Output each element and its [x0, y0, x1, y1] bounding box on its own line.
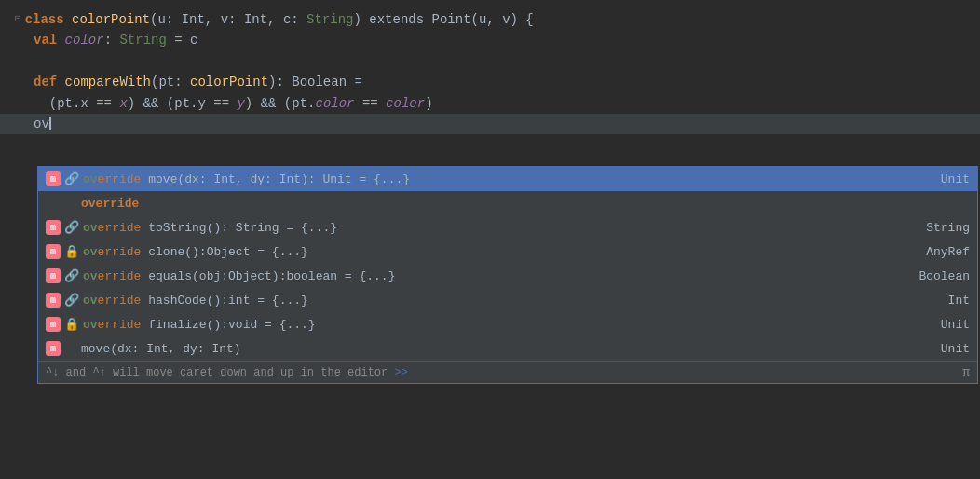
autocomplete-item-1[interactable]: m 🔗 override move(dx: Int, dy: Int): Uni… [38, 167, 977, 191]
return-type: Boolean [900, 269, 970, 283]
badge-m: m [46, 220, 61, 235]
highlight-ov: ov [83, 269, 98, 283]
autocomplete-item-5[interactable]: m 🔗 override equals(obj:Object):boolean … [38, 264, 977, 288]
return-type: Unit [922, 172, 970, 186]
code-line: def compareWith(pt: colorPoint): Boolean… [0, 72, 980, 92]
code-text: = c [167, 30, 198, 50]
type-string: String [119, 30, 166, 50]
override-kw: erride [98, 269, 142, 283]
code-line-empty [0, 51, 980, 72]
override-kw: erride [98, 294, 142, 308]
code-text: ): Boolean = [268, 72, 362, 92]
badge-m: m [46, 317, 61, 332]
return-type: Int [930, 294, 970, 308]
code-text: ) extends Point(u, v) { [354, 9, 534, 30]
autocomplete-text: override finalize():void = {...} [83, 318, 922, 332]
override-kw: erride [98, 172, 142, 186]
footer-hint: ^↓ and ^↑ will move caret down and up in… [46, 366, 408, 379]
code-line-cursor: ov [0, 114, 980, 134]
code-line: ⊟ class colorPoint(u: Int, v: Int, c: St… [0, 9, 980, 30]
text-cursor [49, 117, 51, 130]
method-name: compareWith [65, 72, 151, 92]
code-text: ) [425, 93, 432, 114]
lock-icon: 🔒 [64, 244, 79, 259]
badge-m: m [46, 341, 61, 356]
return-type: Unit [922, 318, 970, 332]
code-line: (pt.x == x) && (pt.y == y) && (pt.color … [0, 93, 980, 114]
var-color: color [65, 30, 104, 50]
highlight-ov: ov [83, 294, 98, 308]
highlight-ov: ov [83, 318, 98, 332]
autocomplete-text: move(dx: Int, dy: Int) [81, 342, 922, 356]
param-type: colorPoint [190, 72, 268, 92]
footer-link[interactable]: >> [394, 366, 407, 379]
typed-text: ov [34, 114, 49, 134]
var-color3: color [386, 93, 425, 114]
badge-m: m [46, 268, 61, 283]
code-text: ) && (pt.y == [128, 93, 238, 114]
autocomplete-footer: ^↓ and ^↑ will move caret down and up in… [38, 361, 977, 383]
var-color2: color [315, 93, 354, 114]
code-line: val color: String = c [0, 30, 980, 50]
method-icon: 🔗 [64, 220, 79, 235]
code-text: (u: Int, v: Int, c: [150, 9, 306, 30]
autocomplete-item-6[interactable]: m 🔗 override hashCode():int = {...} Int [38, 288, 977, 312]
autocomplete-item-4[interactable]: m 🔒 override clone():Object = {...} AnyR… [38, 240, 977, 264]
code-text: : [104, 30, 120, 50]
highlight-ov: ov [83, 221, 98, 235]
autocomplete-dropdown[interactable]: m 🔗 override move(dx: Int, dy: Int): Uni… [37, 166, 978, 384]
method-icon: 🔗 [64, 268, 79, 283]
autocomplete-item-2[interactable]: override [38, 191, 977, 215]
badge-m: m [46, 244, 61, 259]
class-name: colorPoint [72, 9, 150, 30]
autocomplete-text: override equals(obj:Object):boolean = {.… [83, 269, 900, 283]
collapse-icon[interactable]: ⊟ [15, 11, 21, 28]
keyword-def: def [34, 72, 65, 92]
code-text: (pt.x == [34, 93, 119, 114]
override-kw: erride [98, 245, 142, 259]
autocomplete-text: override move(dx: Int, dy: Int): Unit = … [83, 172, 922, 186]
code-text: ) && (pt. [245, 93, 316, 114]
highlight-ov: ov [83, 245, 98, 259]
autocomplete-item-3[interactable]: m 🔗 override toString(): String = {...} … [38, 215, 977, 240]
return-type: String [907, 221, 970, 235]
type-string: String [306, 9, 353, 30]
return-type: Unit [922, 342, 970, 356]
autocomplete-text: override [81, 197, 970, 211]
autocomplete-item-7[interactable]: m 🔒 override finalize():void = {...} Uni… [38, 312, 977, 336]
method-icon: 🔗 [64, 171, 79, 186]
code-text: == [355, 93, 387, 114]
highlight-ov: ov [83, 172, 98, 186]
autocomplete-text: override toString(): String = {...} [83, 221, 907, 235]
var-x: x [119, 93, 127, 114]
badge-m: m [46, 171, 61, 186]
override-label: override [81, 197, 139, 211]
autocomplete-text: override hashCode():int = {...} [83, 294, 930, 308]
override-kw: erride [98, 221, 142, 235]
override-kw: erride [98, 318, 142, 332]
keyword-class: class [25, 9, 72, 30]
code-text: (pt: [151, 72, 190, 92]
keyword-val: val [34, 30, 65, 50]
code-editor[interactable]: ⊟ class colorPoint(u: Int, v: Int, c: St… [0, 0, 980, 144]
method-icon: 🔗 [64, 293, 79, 308]
autocomplete-item-8[interactable]: m move(dx: Int, dy: Int) Unit [38, 336, 977, 361]
pi-icon: π [962, 365, 970, 379]
badge-m: m [46, 293, 61, 308]
return-type: AnyRef [907, 245, 970, 259]
lock-icon: 🔒 [64, 317, 79, 332]
var-y: y [237, 93, 244, 114]
autocomplete-text: override clone():Object = {...} [83, 245, 907, 259]
